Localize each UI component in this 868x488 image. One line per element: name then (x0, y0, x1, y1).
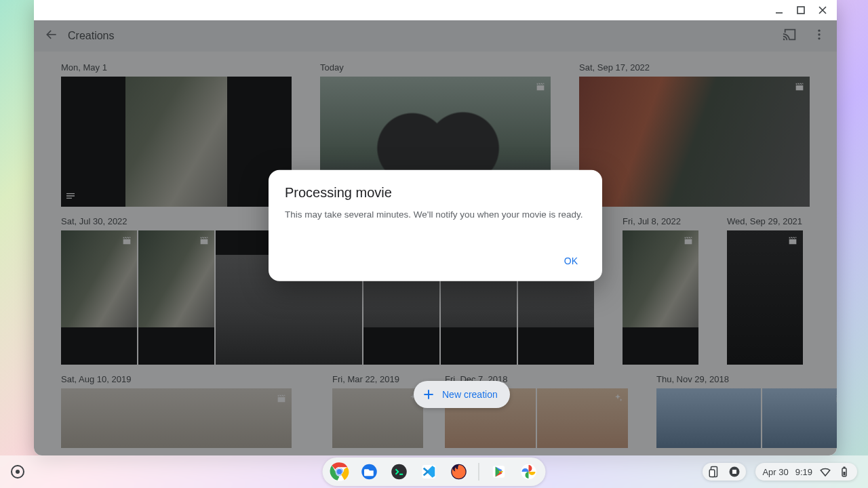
fab-label: New creation (442, 389, 498, 400)
photos-icon[interactable] (517, 460, 540, 483)
dialog-title: Processing movie (285, 185, 586, 201)
chrome-icon[interactable] (328, 460, 351, 483)
window-close-button[interactable] (818, 5, 827, 15)
plus-icon (422, 388, 435, 401)
shelf-status-area[interactable]: Apr 30 9:19 (703, 463, 857, 481)
svg-rect-1 (797, 7, 804, 14)
battery-icon (838, 466, 850, 478)
phone-hub-icon[interactable] (708, 466, 720, 478)
dialog-ok-button[interactable]: OK (556, 250, 586, 272)
firefox-icon[interactable] (448, 460, 471, 483)
svg-point-13 (336, 469, 342, 474)
vscode-icon[interactable] (418, 460, 441, 483)
window-minimize-button[interactable] (774, 5, 784, 15)
svg-rect-21 (710, 470, 715, 477)
svg-rect-26 (844, 472, 846, 475)
terminal-icon[interactable] (388, 460, 411, 483)
files-icon[interactable] (358, 460, 381, 483)
launcher-button[interactable] (11, 465, 24, 479)
chromeos-shelf: Apr 30 9:19 (0, 455, 868, 488)
window-titlebar (34, 0, 837, 20)
svg-rect-25 (844, 467, 846, 468)
stop-icon[interactable] (728, 466, 741, 478)
shelf-divider (479, 463, 479, 481)
window-maximize-button[interactable] (796, 5, 806, 15)
shelf-apps (323, 458, 546, 486)
dialog-body: This may take several minutes. We'll not… (285, 209, 586, 222)
svg-rect-23 (732, 470, 736, 474)
shelf-time: 9:19 (795, 467, 812, 477)
shelf-date: Apr 30 (762, 467, 788, 477)
wifi-icon (819, 466, 831, 478)
app-window: Creations Mon, May 1 Today (34, 0, 837, 455)
new-creation-fab[interactable]: New creation (414, 381, 510, 408)
play-store-icon[interactable] (488, 460, 511, 483)
processing-movie-dialog: Processing movie This may take several m… (269, 170, 602, 281)
